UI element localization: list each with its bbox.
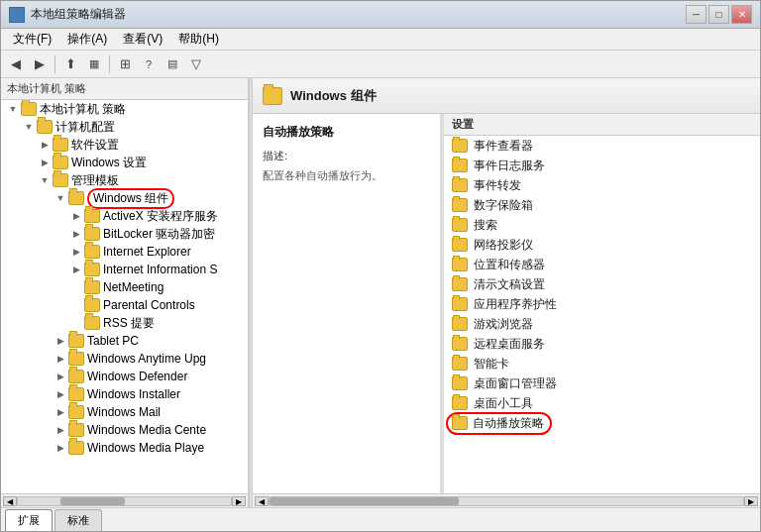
expand-icon-software: ▶ — [37, 137, 53, 153]
tree-scroll[interactable]: ▼ 本地计算机 策略 ▼ 计算机配置 ▶ 软件设置 — [1, 100, 248, 493]
scroll-left-btn[interactable]: ◀ — [3, 496, 17, 506]
tree-item-activex[interactable]: ▶ ActiveX 安装程序服务 — [1, 207, 248, 225]
settings-item-event-log[interactable]: 事件日志服务 — [444, 156, 760, 175]
tree-label-mediaplayer: Windows Media Playe — [87, 441, 204, 455]
settings-item-digital-safe[interactable]: 数字保险箱 — [444, 195, 760, 215]
close-button[interactable]: ✕ — [731, 5, 752, 24]
settings-item-app-compat[interactable]: 应用程序养护性 — [444, 294, 760, 314]
expand-icon-netmeeting — [68, 279, 84, 295]
tree-item-rss[interactable]: RSS 提要 — [1, 314, 248, 332]
settings-item-autoplay[interactable]: 自动播放策略 — [444, 413, 760, 433]
left-bottom-scroll[interactable]: ◀ ▶ — [1, 493, 248, 507]
tree-item-tablet[interactable]: ▶ Tablet PC — [1, 332, 248, 350]
tree-item-mediacenter[interactable]: ▶ Windows Media Cente — [1, 421, 248, 439]
tree-item-parental[interactable]: Parental Controls — [1, 296, 248, 314]
menu-help[interactable]: 帮助(H) — [170, 29, 227, 50]
folder-icon-rss — [84, 316, 100, 330]
tree-item-root[interactable]: ▼ 本地计算机 策略 — [1, 100, 248, 118]
maximize-button[interactable]: □ — [708, 5, 729, 24]
tree-label-bitlocker: BitLocker 驱动器加密 — [103, 226, 215, 243]
settings-item-network-projector[interactable]: 网络投影仪 — [444, 235, 760, 255]
tree-item-bitlocker[interactable]: ▶ BitLocker 驱动器加密 — [1, 225, 248, 243]
tree-item-defender[interactable]: ▶ Windows Defender — [1, 368, 248, 385]
settings-item-game-browser[interactable]: 游戏浏览器 — [444, 314, 760, 334]
new-window-button[interactable]: ⊞ — [114, 53, 136, 75]
tree-item-windows-components[interactable]: ▼ Windows 组件 — [1, 189, 248, 207]
up-button[interactable]: ⬆ — [59, 53, 81, 75]
left-panel-header: 本地计算机 策略 — [1, 78, 248, 100]
folder-icon-netmeeting — [84, 280, 100, 294]
tree-item-software[interactable]: ▶ 软件设置 — [1, 136, 248, 154]
expand-icon-tablet: ▶ — [53, 333, 68, 349]
tab-expand[interactable]: 扩展 — [5, 509, 53, 531]
settings-item-event-viewer[interactable]: 事件查看器 — [444, 136, 760, 156]
expand-icon-parental — [68, 297, 84, 313]
show-hide-button[interactable]: ▦ — [83, 53, 105, 75]
tree-item-installer[interactable]: ▶ Windows Installer — [1, 385, 248, 403]
menu-action[interactable]: 操作(A) — [59, 29, 115, 50]
tree-item-mail[interactable]: ▶ Windows Mail — [1, 403, 248, 421]
tree-label-activex: ActiveX 安装程序服务 — [103, 208, 218, 225]
properties-button[interactable]: ▤ — [162, 53, 183, 75]
tree-item-ie[interactable]: ▶ Internet Explorer — [1, 243, 248, 261]
settings-label-desktop-window: 桌面窗口管理器 — [474, 375, 557, 392]
forward-button[interactable]: ▶ — [29, 53, 51, 75]
tree-item-windows-settings[interactable]: ▶ Windows 设置 — [1, 154, 248, 171]
desc-policy-name: 自动播放策略 — [263, 124, 430, 141]
tree-label-mediacenter: Windows Media Cente — [87, 423, 206, 437]
expand-icon-mail: ▶ — [53, 404, 68, 420]
tree-item-admin[interactable]: ▼ 管理模板 — [1, 171, 248, 189]
settings-folder-icon-event-viewer — [452, 139, 468, 153]
settings-item-smart-card[interactable]: 智能卡 — [444, 354, 760, 373]
tree-label-rss: RSS 提要 — [103, 315, 155, 332]
right-header-folder-icon — [263, 87, 282, 105]
settings-item-desktop-window[interactable]: 桌面窗口管理器 — [444, 373, 760, 393]
settings-label-digital-safe: 数字保险箱 — [474, 197, 533, 214]
tree-label-tablet: Tablet PC — [87, 334, 139, 348]
expand-icon-admin: ▼ — [37, 172, 53, 188]
tree-label-ie: Internet Explorer — [103, 245, 191, 259]
right-bottom-scroll[interactable]: ◀ ▶ — [253, 493, 760, 507]
tree-item-netmeeting[interactable]: NetMeeting — [1, 278, 248, 296]
expand-icon-mediaplayer: ▶ — [53, 440, 68, 456]
settings-label-game-browser: 游戏浏览器 — [474, 316, 533, 333]
tree-item-computer-config[interactable]: ▼ 计算机配置 — [1, 118, 248, 136]
tree-item-anytime[interactable]: ▶ Windows Anytime Upg — [1, 350, 248, 368]
scroll-right-btn[interactable]: ▶ — [232, 496, 246, 506]
tree-label-computer: 计算机配置 — [55, 119, 115, 136]
back-button[interactable]: ◀ — [5, 53, 27, 75]
settings-item-gadgets[interactable]: 桌面小工具 — [444, 393, 760, 413]
expand-icon-defender: ▶ — [53, 369, 68, 384]
settings-label-network-projector: 网络投影仪 — [474, 237, 533, 254]
settings-item-event-forward[interactable]: 事件转发 — [444, 175, 760, 195]
help-button[interactable]: ? — [138, 53, 160, 75]
scroll-right-right-btn[interactable]: ▶ — [744, 496, 758, 506]
tab-standard[interactable]: 标准 — [54, 509, 102, 531]
tree-item-mediaplayer[interactable]: ▶ Windows Media Playe — [1, 439, 248, 457]
tree-item-iis[interactable]: ▶ Internet Information S — [1, 261, 248, 278]
menu-file[interactable]: 文件(F) — [5, 29, 59, 50]
scroll-left-right-btn[interactable]: ◀ — [255, 496, 269, 506]
toolbar-separator-1 — [54, 55, 55, 73]
right-header: Windows 组件 — [253, 78, 760, 114]
folder-icon-mediacenter — [68, 423, 84, 437]
scroll-track-right[interactable] — [269, 496, 744, 506]
folder-icon-bitlocker — [84, 227, 100, 241]
settings-label-location: 位置和传感器 — [474, 257, 545, 273]
menu-view[interactable]: 查看(V) — [115, 29, 170, 50]
expand-icon-rss — [68, 315, 84, 331]
scroll-track-left[interactable] — [17, 496, 232, 506]
settings-item-remote-desktop[interactable]: 远程桌面服务 — [444, 334, 760, 354]
filter-button[interactable]: ▽ — [185, 53, 207, 75]
settings-item-clear-text[interactable]: 清示文稿设置 — [444, 274, 760, 294]
main-content: 本地计算机 策略 ▼ 本地计算机 策略 ▼ 计算机配置 ▶ — [1, 78, 760, 507]
settings-label-event-log: 事件日志服务 — [474, 158, 545, 174]
settings-panel[interactable]: 设置 事件查看器 事件日志服务 事件转发 — [444, 114, 760, 493]
minimize-button[interactable]: ─ — [686, 5, 707, 24]
folder-icon-windows-settings — [53, 156, 68, 169]
folder-icon-ie — [84, 245, 100, 259]
settings-item-search[interactable]: 搜索 — [444, 215, 760, 235]
expand-icon-windows-components: ▼ — [53, 190, 68, 206]
settings-item-location[interactable]: 位置和传感器 — [444, 255, 760, 274]
scroll-thumb-right — [270, 497, 459, 505]
